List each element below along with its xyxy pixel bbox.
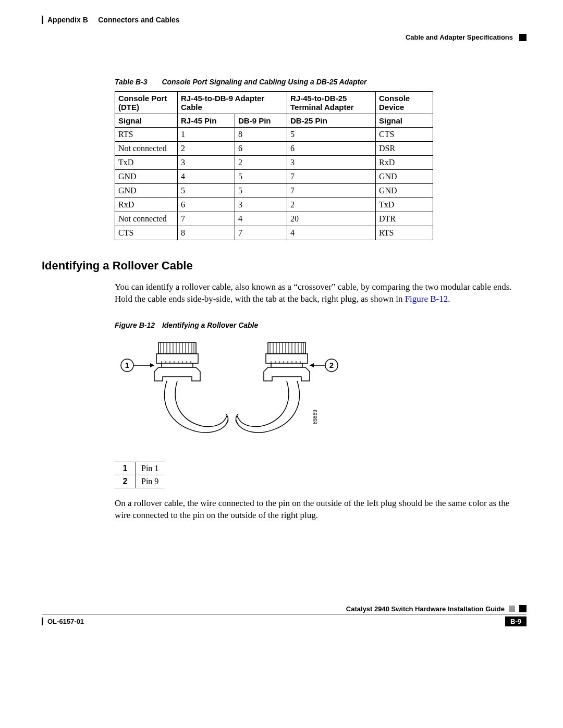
cell: 4 [287,226,376,240]
table-title: Console Port Signaling and Cabling Using… [162,78,366,86]
cell: 4 [178,170,235,184]
paragraph-1: You can identify a rollover cable, also … [115,281,527,305]
table-number: Table B-3 [115,78,148,86]
cell: 5 [287,128,376,142]
cell: 7 [287,184,376,198]
cell: CTS [115,226,178,240]
callout-val-1: Pin 1 [136,462,164,475]
col-3: DB-9 Pin [235,114,287,128]
cell: 6 [287,142,376,156]
col-4: DB-25 Pin [287,114,376,128]
cell: 7 [235,226,287,240]
cell: 3 [235,198,287,212]
page-number: B-9 [505,616,527,626]
chapter-label: Connectors and Cables [98,16,179,24]
figure-caption: Figure B-12 Identifying a Rollover Cable [115,321,527,329]
svg-marker-30 [310,363,314,367]
cell: 3 [287,156,376,170]
cell: TxD [376,198,433,212]
figure-title: Identifying a Rollover Cable [162,321,258,329]
svg-text:89869: 89869 [312,410,318,424]
cell: 3 [178,156,235,170]
cell: 7 [287,170,376,184]
cell: 8 [178,226,235,240]
section-label: Cable and Adapter Specifications [406,33,513,41]
figure-number: Figure B-12 [115,321,155,329]
svg-text:2: 2 [329,361,334,369]
callout-key-2: 2 [115,475,136,488]
col-group-4: Console Device [376,92,433,114]
cell: 4 [235,212,287,226]
cell: 5 [235,184,287,198]
svg-text:1: 1 [125,361,129,369]
table-caption: Table B-3 Console Port Signaling and Cab… [115,78,527,86]
callout-key-1: 1 [115,462,136,475]
cell: Not connected [115,212,178,226]
cell: 7 [178,212,235,226]
cell: Not connected [115,142,178,156]
cell: RxD [115,198,178,212]
col-1: Signal [115,114,178,128]
section-heading: Identifying a Rollover Cable [42,259,527,273]
callout-val-2: Pin 9 [136,475,164,488]
cell: CTS [376,128,433,142]
cell: 8 [235,128,287,142]
cell: RTS [115,128,178,142]
callout-table: 1 Pin 1 2 Pin 9 [115,462,164,488]
cell: DTR [376,212,433,226]
col-group-3: RJ-45-to-DB-25 Terminal Adapter [287,92,376,114]
pinout-table: Console Port (DTE) RJ-45-to-DB-9 Adapter… [115,91,433,240]
footer-marker-icon [509,606,515,612]
page-footer: Catalyst 2940 Switch Hardware Installati… [42,605,527,626]
cell: GND [376,170,433,184]
cell: 5 [235,170,287,184]
doc-number: OL-6157-01 [42,618,84,625]
cell: GND [115,184,178,198]
section-marker-icon [519,34,527,41]
cell: 2 [287,198,376,212]
cell: GND [376,184,433,198]
rollover-cable-diagram: 1 2 89869 [115,337,339,451]
cell: 6 [235,142,287,156]
col-2: RJ-45 Pin [178,114,235,128]
cell: 2 [235,156,287,170]
guide-title: Catalyst 2940 Switch Hardware Installati… [346,605,505,613]
footer-marker-icon [519,605,527,612]
page-header: Appendix B Connectors and Cables [42,16,527,24]
cell: 2 [178,142,235,156]
cell: DSR [376,142,433,156]
col-group-2: RJ-45-to-DB-9 Adapter Cable [178,92,287,114]
cell: 1 [178,128,235,142]
paragraph-2: On a rollover cable, the wire connected … [115,498,527,522]
appendix-label: Appendix B [47,16,88,24]
cell: GND [115,170,178,184]
cell: RTS [376,226,433,240]
cell: 6 [178,198,235,212]
cell: 5 [178,184,235,198]
cell: 20 [287,212,376,226]
cell: TxD [115,156,178,170]
svg-marker-26 [150,363,154,367]
col-5: Signal [376,114,433,128]
col-group-1: Console Port (DTE) [115,92,178,114]
figure-link[interactable]: Figure B-12 [405,294,448,304]
cell: RxD [376,156,433,170]
